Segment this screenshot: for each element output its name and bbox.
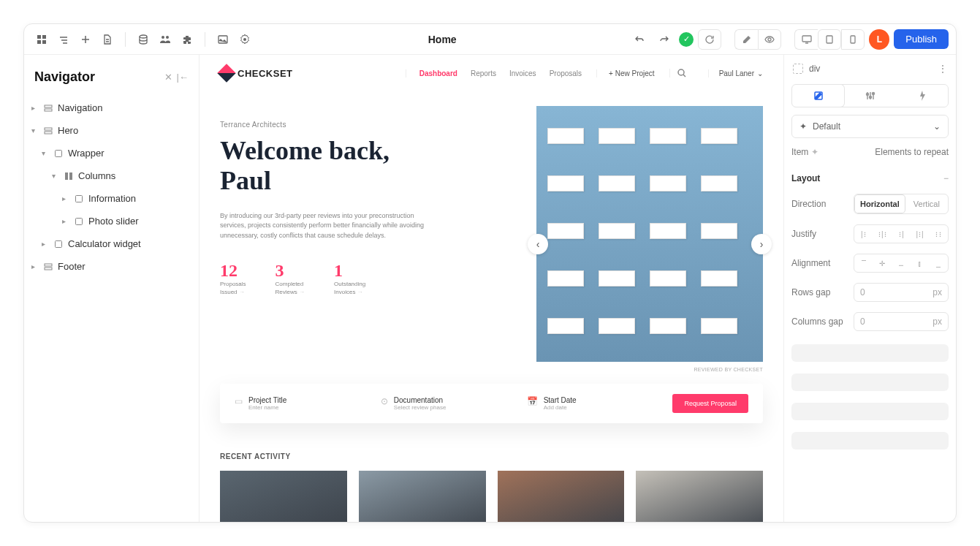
nav-item-information[interactable]: ▸ Information xyxy=(24,187,199,210)
svg-rect-20 xyxy=(45,105,52,107)
user-avatar[interactable]: L xyxy=(869,29,889,50)
tab-style[interactable] xyxy=(792,85,844,107)
svg-rect-25 xyxy=(65,172,68,180)
new-project-button[interactable]: + New Project xyxy=(596,69,655,77)
mobile-icon[interactable] xyxy=(841,29,865,50)
users-icon[interactable] xyxy=(155,29,175,50)
user-menu[interactable]: Paul Laner ⌄ xyxy=(708,69,763,77)
justify-between[interactable]: |⫶| xyxy=(911,225,930,243)
page-title: Home xyxy=(258,34,626,45)
align-end[interactable]: ⎽ xyxy=(892,254,911,272)
nav-item-calculator-widget[interactable]: ▸ Calculator widget xyxy=(24,232,199,255)
site-nav-reports[interactable]: Reports xyxy=(471,69,496,77)
site-nav-dashboard[interactable]: Dashboard xyxy=(419,69,457,77)
layers-icon[interactable] xyxy=(53,29,74,50)
status-ok-icon: ✓ xyxy=(679,32,694,47)
nav-item-photo-slider[interactable]: ▸ Photo slider xyxy=(24,210,199,232)
add-icon[interactable] xyxy=(75,29,96,50)
redo-icon[interactable] xyxy=(654,29,675,50)
svg-rect-31 xyxy=(45,268,52,270)
edit-mode-icon[interactable] xyxy=(734,29,758,50)
justify-start[interactable]: |⫶ xyxy=(854,225,873,243)
nav-item-wrapper[interactable]: ▾ Wrapper xyxy=(24,142,199,164)
caret-icon: ▸ xyxy=(31,262,39,270)
preset-name: Default xyxy=(813,121,927,132)
settings-icon[interactable] xyxy=(235,29,255,50)
undo-icon[interactable] xyxy=(629,29,650,50)
caret-icon: ▸ xyxy=(62,194,69,202)
preview-mode-icon[interactable] xyxy=(758,29,781,50)
field-icon: ⊙ xyxy=(381,396,388,411)
site-nav-invoices[interactable]: Invoices xyxy=(509,69,536,77)
direction-label: Direction xyxy=(791,199,826,209)
recent-image xyxy=(220,471,347,522)
cols-gap-input[interactable]: 0px xyxy=(854,312,949,331)
svg-point-39 xyxy=(869,96,871,99)
align-stretch[interactable]: ⫿ xyxy=(911,254,930,272)
tab-actions[interactable] xyxy=(896,85,948,107)
preset-selector[interactable]: ✦ Default ⌄ xyxy=(791,115,949,138)
placeholder-row xyxy=(791,374,949,391)
nav-item-label: Navigation xyxy=(58,102,102,113)
justify-center[interactable]: ⫶|⫶ xyxy=(873,225,892,243)
caret-icon: ▾ xyxy=(52,172,59,180)
collapse-section-icon[interactable]: − xyxy=(943,173,949,183)
publish-button[interactable]: Publish xyxy=(894,29,949,49)
action-field-documentation[interactable]: ⊙ Documentation Select review phase xyxy=(381,396,505,411)
svg-point-11 xyxy=(140,35,147,38)
tab-settings[interactable] xyxy=(844,85,896,107)
more-icon[interactable]: ⋮ xyxy=(938,64,947,74)
action-field-start-date[interactable]: 📅 Start Date Add date xyxy=(527,396,651,411)
nav-item-columns[interactable]: ▾ Columns xyxy=(24,164,199,187)
alignment-label: Alignment xyxy=(791,258,830,268)
apps-icon[interactable] xyxy=(31,29,52,50)
stat-label: ProposalsIssued → xyxy=(220,281,246,296)
placeholder-row xyxy=(791,403,949,420)
collapse-panel-icon[interactable]: |← xyxy=(177,72,189,83)
tablet-icon[interactable] xyxy=(818,29,841,50)
field-placeholder: Select review phase xyxy=(394,404,447,411)
align-baseline[interactable]: ⎯ xyxy=(929,254,948,272)
site-logo[interactable]: CHECKSET xyxy=(220,67,293,80)
request-proposal-button[interactable]: Request Proposal xyxy=(672,394,748,413)
stat-card[interactable]: 1 OutstandingInvoices → xyxy=(334,261,365,296)
recent-card[interactable]: Fayette St. Apartments xyxy=(359,471,486,522)
slider-prev-button[interactable]: ‹ xyxy=(528,234,548,254)
search-icon[interactable] xyxy=(669,69,694,77)
align-center[interactable]: ✛ xyxy=(873,254,892,272)
direction-horizontal[interactable]: Horizontal xyxy=(854,194,905,213)
nav-item-hero[interactable]: ▾ Hero xyxy=(24,119,199,142)
refresh-icon[interactable] xyxy=(698,29,721,50)
close-panel-icon[interactable]: ✕ xyxy=(164,72,172,83)
box-icon xyxy=(53,239,64,249)
justify-around[interactable]: ⫶⫶ xyxy=(929,225,948,243)
element-name: div xyxy=(809,64,932,74)
svg-line-33 xyxy=(683,75,685,77)
nav-item-label: Columns xyxy=(78,170,115,181)
recent-card[interactable]: South Pier Building xyxy=(220,471,347,522)
direction-vertical[interactable]: Vertical xyxy=(905,194,948,213)
data-icon[interactable] xyxy=(133,29,153,50)
nav-item-label: Hero xyxy=(58,125,78,136)
site-nav-proposals[interactable]: Proposals xyxy=(550,69,582,77)
action-field-project-title[interactable]: ▭ Project Title Enter name xyxy=(235,396,359,411)
page-icon[interactable] xyxy=(97,29,118,50)
recent-card[interactable]: 48 rue Canada xyxy=(636,471,763,522)
hero-description: By introducing our 3rd-party peer review… xyxy=(220,211,432,241)
slider-next-button[interactable]: › xyxy=(751,234,772,254)
plugin-icon[interactable] xyxy=(177,29,197,50)
svg-point-40 xyxy=(872,93,874,95)
desktop-icon[interactable] xyxy=(794,29,818,50)
canvas[interactable]: CHECKSET DashboardReportsInvoicesProposa… xyxy=(200,55,783,522)
image-icon[interactable] xyxy=(213,29,233,50)
nav-item-footer[interactable]: ▸ Footer xyxy=(24,255,199,278)
justify-end[interactable]: ⫶| xyxy=(892,225,911,243)
navigator-title: Navigator xyxy=(34,69,164,85)
stat-card[interactable]: 12 ProposalsIssued → xyxy=(220,261,246,296)
svg-point-15 xyxy=(768,38,771,41)
rows-gap-input[interactable]: 0px xyxy=(854,283,949,302)
stat-card[interactable]: 3 CompletedReviews → xyxy=(276,261,305,296)
nav-item-navigation[interactable]: ▸ Navigation xyxy=(24,96,199,119)
align-start[interactable]: ⎺ xyxy=(854,254,873,272)
recent-card[interactable]: 88 rue Saint Germain xyxy=(498,471,625,522)
